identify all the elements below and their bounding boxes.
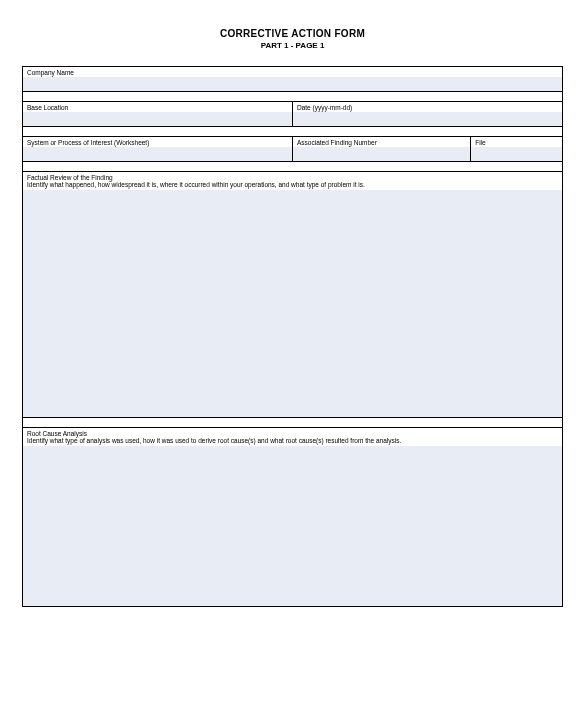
company-name-label: Company Name — [23, 67, 562, 77]
base-location-input[interactable] — [23, 112, 292, 126]
factual-review-title: Factual Review of the Finding — [23, 172, 562, 181]
root-cause-instruction: Identify what type of analysis was used,… — [23, 437, 562, 446]
system-process-input[interactable] — [23, 147, 292, 161]
company-name-input[interactable] — [23, 77, 562, 91]
system-process-label: System or Process of Interest (Worksheet… — [23, 137, 292, 147]
factual-review-textarea[interactable] — [23, 190, 562, 417]
file-label: File — [471, 137, 562, 147]
form-header: CORRECTIVE ACTION FORM PART 1 - PAGE 1 — [22, 28, 563, 50]
corrective-action-form: Company Name Base Location Date (yyyy-mm… — [22, 66, 563, 607]
form-subtitle: PART 1 - PAGE 1 — [22, 41, 563, 50]
form-title: CORRECTIVE ACTION FORM — [22, 28, 563, 39]
date-label: Date (yyyy-mm-dd) — [293, 102, 562, 112]
base-location-label: Base Location — [23, 102, 292, 112]
date-input[interactable] — [293, 112, 562, 126]
finding-number-input[interactable] — [293, 147, 470, 161]
factual-review-instruction: Identify what happened, how widespread i… — [23, 181, 562, 190]
root-cause-textarea[interactable] — [23, 446, 562, 606]
finding-number-label: Associated Finding Number — [293, 137, 470, 147]
file-input[interactable] — [471, 147, 562, 161]
root-cause-title: Root Cause Analysis — [23, 428, 562, 437]
